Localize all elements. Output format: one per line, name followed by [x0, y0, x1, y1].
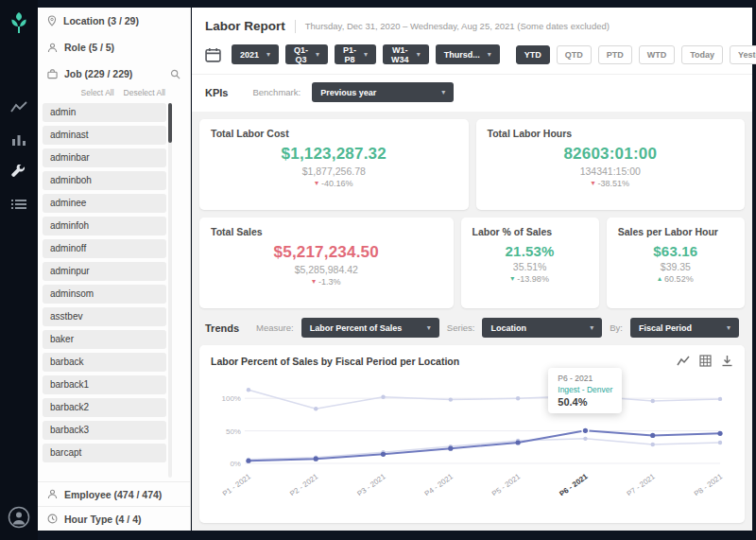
chevron-down-icon: ▾ — [316, 50, 319, 59]
kpi-delta: ▾ -40.16% — [315, 179, 353, 188]
chart-table-view-icon[interactable] — [699, 355, 712, 367]
job-item[interactable]: asstbev — [43, 307, 166, 326]
by-label: By: — [610, 322, 623, 333]
svg-text:P5 - 2021: P5 - 2021 — [490, 472, 523, 496]
section-label: Hour Type (4 / 4) — [64, 514, 141, 525]
kpi-value: $63.16 — [653, 243, 697, 259]
job-item[interactable]: adminbar — [43, 148, 166, 167]
job-item[interactable]: adminoff — [43, 239, 166, 258]
job-item[interactable]: barback3 — [43, 421, 166, 440]
section-label: Location (3 / 29) — [63, 15, 139, 26]
delta-arrow-icon: ▾ — [312, 278, 316, 286]
briefcase-icon — [47, 69, 58, 79]
filter-dropdowns: 2021▾Q1-Q3▾P1-P8▾W1-W34▾Thursd...▾ — [232, 44, 500, 64]
chevron-down-icon: ▾ — [364, 50, 368, 59]
deselect-all-link[interactable]: Deselect All — [124, 88, 165, 97]
chevron-down-icon: ▾ — [417, 50, 421, 59]
nav-rail — [0, 0, 38, 540]
job-item[interactable]: barback — [43, 353, 166, 372]
job-item[interactable]: adminsom — [43, 285, 166, 304]
date-filter-toolbar: 2021▾Q1-Q3▾P1-P8▾W1-W34▾Thursd...▾ YTDQT… — [192, 38, 752, 75]
report-body: Total Labor Cost $1,123,287.32 $1,877,25… — [192, 112, 752, 531]
period-toggle-ytd[interactable]: YTD — [516, 45, 550, 64]
benchmark-dropdown[interactable]: Previous year ▾ — [312, 82, 454, 102]
job-item[interactable]: admin — [43, 103, 166, 122]
chart-title: Labor Percent of Sales by Fiscal Period … — [211, 356, 677, 367]
kpis-label: KPIs — [205, 87, 228, 98]
job-item[interactable]: barback2 — [43, 398, 166, 417]
trend-chart-svg[interactable]: 0%50%100%P1 - 2021P2 - 2021P3 - 2021P4 -… — [211, 375, 733, 496]
series-label: Series: — [447, 322, 475, 333]
chart-actions — [677, 355, 733, 367]
filter-sidebar: Location (3 / 29) Role (5 / 5) Job (229 … — [38, 8, 191, 531]
sidebar-section-hour-type[interactable]: Hour Type (4 / 4) — [38, 506, 190, 531]
sidebar-section-location[interactable]: Location (3 / 29) — [38, 8, 190, 34]
by-dropdown[interactable]: Fiscal Period ▾ — [630, 318, 739, 338]
list-nav-icon[interactable] — [9, 197, 28, 212]
clock-icon — [47, 514, 58, 524]
period-toggle-ptd[interactable]: PTD — [598, 45, 632, 64]
date-dropdown[interactable]: P1-P8▾ — [335, 44, 376, 64]
kpi-value: 82603:01:00 — [563, 145, 657, 164]
job-item[interactable]: barback1 — [43, 375, 166, 394]
trend-chart-card: Labor Percent of Sales by Fiscal Period … — [199, 345, 745, 523]
job-item[interactable]: adminfoh — [43, 217, 166, 235]
trends-label: Trends — [205, 322, 239, 334]
job-item[interactable]: barcapt — [43, 444, 166, 462]
svg-text:100%: 100% — [222, 394, 241, 403]
bar-chart-nav-icon[interactable] — [9, 131, 28, 148]
date-dropdown[interactable]: 2021▾ — [232, 44, 279, 64]
date-dropdown[interactable]: W1-W34▾ — [383, 44, 429, 64]
chevron-down-icon: ▾ — [266, 50, 270, 59]
period-toggle-yesterday[interactable]: Yesterday — [730, 45, 756, 64]
app-logo[interactable] — [9, 11, 29, 38]
job-item[interactable]: adminee — [43, 194, 166, 213]
series-dropdown[interactable]: Location ▾ — [482, 318, 602, 338]
select-all-link[interactable]: Select All — [81, 88, 114, 97]
chevron-down-icon: ▾ — [727, 323, 730, 332]
period-toggle-group: YTDQTDPTDWTDTodayYesterday — [516, 45, 756, 64]
job-item[interactable]: adminpur — [43, 262, 166, 281]
measure-dropdown[interactable]: Labor Percent of Sales ▾ — [301, 318, 439, 338]
chart-download-icon[interactable] — [721, 355, 733, 367]
kpi-delta-text: -13.98% — [517, 274, 549, 284]
line-chart-nav-icon[interactable] — [9, 98, 29, 115]
tooltip-value: 50.4% — [558, 396, 612, 408]
sidebar-section-job[interactable]: Job (229 / 229) — [38, 61, 190, 87]
job-item[interactable]: baker — [43, 330, 166, 349]
period-toggle-today[interactable]: Today — [681, 45, 723, 64]
period-toggle-qtd[interactable]: QTD — [557, 45, 592, 64]
scrollbar-thumb[interactable] — [168, 103, 172, 143]
period-toggle-wtd[interactable]: WTD — [639, 45, 676, 64]
date-range-text: Thursday, Dec 31, 2020 – Wednesday, Aug … — [305, 21, 610, 31]
measure-value: Labor Percent of Sales — [310, 323, 403, 333]
job-list-scrollbar[interactable] — [168, 103, 172, 478]
svg-text:0%: 0% — [230, 460, 241, 468]
sidebar-section-employee[interactable]: Employee (474 / 474) — [38, 481, 190, 506]
page-title: Labor Report — [205, 19, 285, 33]
kpi-row-1: Total Labor Cost $1,123,287.32 $1,877,25… — [199, 119, 745, 210]
title-divider — [295, 20, 296, 33]
svg-text:P8 - 2021: P8 - 2021 — [693, 472, 725, 496]
person-icon — [47, 489, 58, 499]
wrench-nav-icon[interactable] — [9, 163, 28, 182]
date-dropdown[interactable]: Thursd...▾ — [436, 44, 500, 64]
date-dropdown[interactable]: Q1-Q3▾ — [285, 44, 328, 64]
calendar-icon[interactable] — [205, 47, 225, 62]
kpi-title: Total Labor Cost — [211, 128, 289, 139]
kpi-card-total-labor-cost: Total Labor Cost $1,123,287.32 $1,877,25… — [199, 119, 469, 210]
kpi-delta-text: 60.52% — [664, 274, 694, 284]
sidebar-section-role[interactable]: Role (5 / 5) — [38, 34, 190, 61]
chevron-down-icon: ▾ — [427, 323, 431, 332]
user-avatar-icon[interactable] — [8, 506, 30, 529]
job-item[interactable]: adminboh — [43, 171, 166, 190]
delta-arrow-icon: ▾ — [315, 180, 318, 187]
chart-line-view-icon[interactable] — [677, 355, 690, 367]
kpi-benchmark-value: 134341:15:00 — [580, 165, 641, 177]
report-header: Labor Report Thursday, Dec 31, 2020 – We… — [192, 8, 752, 112]
search-icon[interactable] — [170, 69, 180, 79]
svg-text:P4 - 2021: P4 - 2021 — [423, 472, 455, 496]
kpi-delta-text: -1.3% — [318, 277, 341, 287]
job-item[interactable]: adminast — [43, 126, 166, 145]
person-icon — [47, 43, 58, 53]
